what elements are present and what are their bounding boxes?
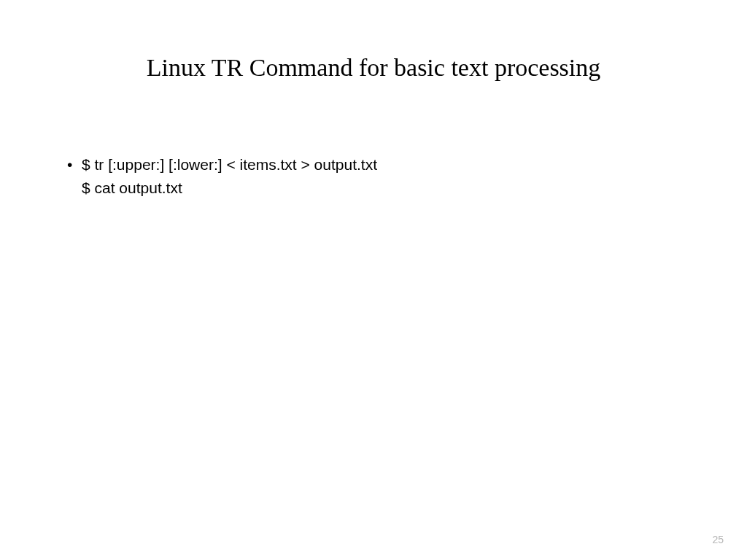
bullet-line1: $ tr [:upper:] [:lower:] < items.txt > o…	[82, 153, 681, 176]
page-number: 25	[712, 534, 724, 545]
content-area: $ tr [:upper:] [:lower:] < items.txt > o…	[66, 153, 681, 199]
bullet-list: $ tr [:upper:] [:lower:] < items.txt > o…	[66, 153, 681, 199]
slide-title: Linux TR Command for basic text processi…	[0, 54, 747, 82]
bullet-item: $ tr [:upper:] [:lower:] < items.txt > o…	[66, 153, 681, 199]
bullet-line2: $ cat output.txt	[82, 176, 681, 200]
